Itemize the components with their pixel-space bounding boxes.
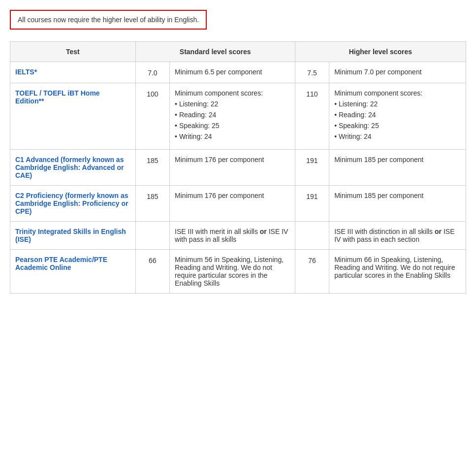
cell-test-name: Pearson PTE Academic/PTE Academic Online (10, 250, 136, 294)
cell-standard-desc: Minimum 6.5 per component (170, 62, 295, 83)
cell-higher-score: 7.5 (295, 62, 329, 83)
list-item: Reading: 24 (334, 111, 461, 119)
cell-test-name: Trinity Integrated Skills in English (IS… (10, 222, 136, 250)
cell-standard-score: 185 (135, 186, 169, 222)
cell-standard-desc: Minimum component scores:Listening: 22Re… (170, 83, 295, 150)
std-desc-text: Minimum 56 in Speaking, Listening, Readi… (175, 256, 290, 287)
test-name-link[interactable]: Trinity Integrated Skills in English (IS… (15, 228, 126, 243)
cell-standard-score: 185 (135, 150, 169, 186)
table-row: IELTS*7.0Minimum 6.5 per component7.5Min… (10, 62, 466, 83)
cell-higher-score: 110 (295, 83, 329, 150)
table-row: Trinity Integrated Skills in English (IS… (10, 222, 466, 250)
cell-test-name: C2 Proficiency (formerly known as Cambri… (10, 186, 136, 222)
cell-higher-score (295, 222, 329, 250)
cell-test-name: TOEFL / TOEFL iBT Home Edition** (10, 83, 136, 150)
cell-higher-desc: Minimum 7.0 per component (329, 62, 466, 83)
hi-desc-text: Minimum 185 per component (334, 156, 461, 164)
test-name-link[interactable]: IELTS* (15, 68, 37, 76)
cell-standard-desc: ISE III with merit in all skills or ISE … (170, 222, 295, 250)
cell-higher-desc: Minimum 185 per component (329, 150, 466, 186)
table-header-row: Test Standard level scores Higher level … (10, 42, 466, 62)
cell-higher-score: 76 (295, 250, 329, 294)
list-item: Speaking: 25 (175, 122, 290, 130)
hi-desc-text: Minimum component scores: (334, 89, 461, 97)
hi-bullet-list: Listening: 22Reading: 24Speaking: 25Writ… (334, 100, 461, 140)
cell-standard-desc: Minimum 176 per component (170, 150, 295, 186)
header-standard: Standard level scores (135, 42, 295, 62)
header-higher: Higher level scores (295, 42, 466, 62)
cell-standard-score (135, 222, 169, 250)
table-row: Pearson PTE Academic/PTE Academic Online… (10, 250, 466, 294)
list-item: Writing: 24 (175, 132, 290, 140)
header-test: Test (10, 42, 136, 62)
std-desc-text: Minimum 176 per component (175, 156, 290, 164)
test-name-link[interactable]: C2 Proficiency (formerly known as Cambri… (15, 192, 128, 215)
hi-desc-text: Minimum 66 in Speaking, Listening, Readi… (334, 256, 461, 279)
hi-desc-text: Minimum 185 per component (334, 192, 461, 199)
test-name-link[interactable]: C1 Advanced (formerly known as Cambridge… (15, 156, 124, 179)
cell-higher-desc: Minimum 185 per component (329, 186, 466, 222)
test-name-link[interactable]: Pearson PTE Academic/PTE Academic Online (15, 256, 107, 271)
std-desc-text: Minimum 6.5 per component (175, 68, 290, 76)
list-item: Speaking: 25 (334, 122, 461, 130)
list-item: Writing: 24 (334, 132, 461, 140)
std-desc-text: Minimum 176 per component (175, 192, 290, 199)
table-row: C1 Advanced (formerly known as Cambridge… (10, 150, 466, 186)
cell-higher-score: 191 (295, 186, 329, 222)
list-item: Listening: 22 (175, 100, 290, 108)
test-name-link[interactable]: TOEFL / TOEFL iBT Home Edition** (15, 89, 100, 105)
cell-higher-desc: Minimum component scores:Listening: 22Re… (329, 83, 466, 150)
notice-text: All courses now require the higher level… (18, 16, 199, 24)
std-bullet-list: Listening: 22Reading: 24Speaking: 25Writ… (175, 100, 290, 140)
cell-standard-desc: Minimum 56 in Speaking, Listening, Readi… (170, 250, 295, 294)
table-row: TOEFL / TOEFL iBT Home Edition**100Minim… (10, 83, 466, 150)
cell-standard-desc: Minimum 176 per component (170, 186, 295, 222)
list-item: Listening: 22 (334, 100, 461, 108)
cell-test-name: IELTS* (10, 62, 136, 83)
cell-higher-desc: ISE III with distinction in all skills o… (329, 222, 466, 250)
table-row: C2 Proficiency (formerly known as Cambri… (10, 186, 466, 222)
hi-desc-text: Minimum 7.0 per component (334, 68, 461, 76)
list-item: Reading: 24 (175, 111, 290, 119)
cell-standard-score: 7.0 (135, 62, 169, 83)
scores-table: Test Standard level scores Higher level … (10, 41, 466, 294)
cell-higher-desc: Minimum 66 in Speaking, Listening, Readi… (329, 250, 466, 294)
notice-box: All courses now require the higher level… (10, 10, 207, 30)
cell-standard-score: 100 (135, 83, 169, 150)
cell-standard-score: 66 (135, 250, 169, 294)
cell-test-name: C1 Advanced (formerly known as Cambridge… (10, 150, 136, 186)
std-desc-text: Minimum component scores: (175, 89, 290, 97)
cell-higher-score: 191 (295, 150, 329, 186)
